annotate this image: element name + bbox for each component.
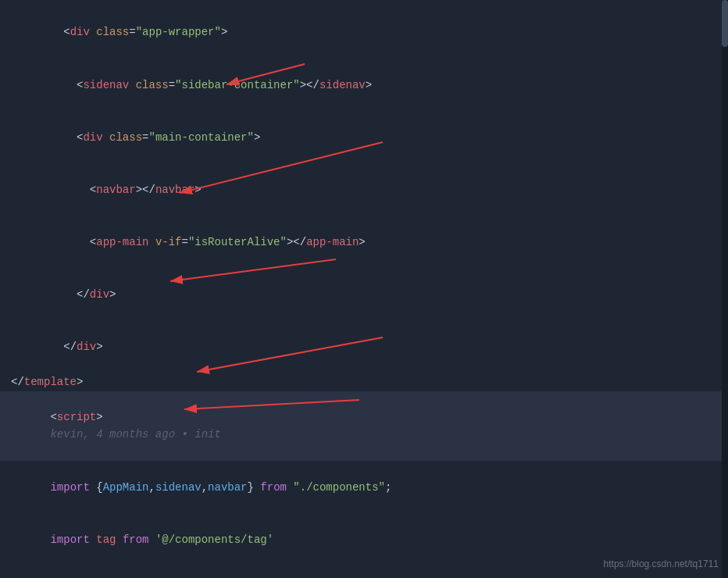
scrollbar-thumb[interactable] — [722, 0, 728, 47]
scrollbar[interactable] — [722, 0, 728, 578]
code-editor: <div class="app-wrapper"> <sidenav class… — [0, 0, 728, 578]
code-line: <navbar></navbar> — [0, 164, 728, 216]
code-line: </div> — [0, 321, 728, 373]
code-line: <app-main v-if="isRouterAlive"></app-mai… — [0, 216, 728, 269]
code-line: <div class="app-wrapper"> — [0, 6, 728, 59]
code-line-git: <script> kevin, 4 months ago • init — [0, 391, 728, 462]
code-line: <sidenav class="sidebar-container"></sid… — [0, 59, 728, 111]
code-line: </div> — [0, 269, 728, 321]
code-line: </template> — [0, 373, 728, 391]
code-line: <div class="main-container"> — [0, 111, 728, 163]
git-info: kevin, 4 months ago • init — [50, 428, 220, 441]
code-line: import {AppMain,sidenav,navbar} from "./… — [0, 461, 728, 513]
watermark: https://blog.csdn.net/tq1711 — [604, 557, 719, 572]
